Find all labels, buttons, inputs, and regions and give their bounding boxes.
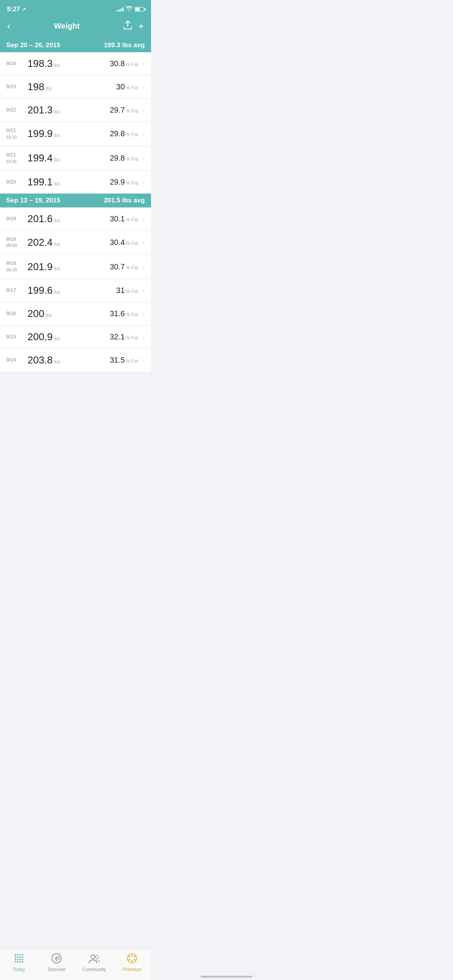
- weight-unit: lbs: [54, 241, 60, 247]
- week-avg-1: 199.3 lbs avg: [104, 41, 145, 49]
- table-row[interactable]: 9/16 200lbs 31.6 % Fat ›: [0, 302, 151, 326]
- fat-unit: % Fat: [126, 289, 138, 294]
- week-header-1: Sep 20 – 26, 2015 199.3 lbs avg: [0, 38, 151, 52]
- weight-unit: lbs: [54, 109, 60, 115]
- week-range-2: Sep 13 – 19, 2015: [6, 197, 60, 204]
- weight-unit: lbs: [54, 181, 60, 187]
- weight-unit: lbs: [54, 336, 60, 341]
- chevron-right-icon: ›: [143, 263, 145, 270]
- back-button[interactable]: ‹: [7, 20, 10, 32]
- chevron-right-icon: ›: [143, 178, 145, 185]
- fat-unit: % Fat: [126, 85, 138, 91]
- row-date: 9/1809:00: [6, 236, 27, 249]
- fat-value: 30.4: [110, 238, 125, 247]
- weight-unit: lbs: [54, 289, 60, 295]
- table-row[interactable]: 9/19 201.6lbs 30.1 % Fat ›: [0, 207, 151, 231]
- row-weight: 198.3lbs: [27, 58, 110, 70]
- table-row[interactable]: 9/23 198lbs 30 % Fat ›: [0, 75, 151, 99]
- weight-unit: lbs: [54, 218, 60, 223]
- week-avg-2: 201.5 lbs avg: [104, 197, 145, 204]
- fat-unit: % Fat: [126, 312, 138, 317]
- status-icons: [117, 6, 144, 12]
- row-weight: 201.9lbs: [27, 261, 110, 273]
- row-fat: 29.9 % Fat: [110, 178, 138, 187]
- row-date: 9/24: [6, 60, 27, 67]
- row-weight: 200.9lbs: [27, 331, 110, 343]
- chevron-right-icon: ›: [143, 357, 145, 364]
- row-date: 9/17: [6, 287, 27, 294]
- chevron-right-icon: ›: [143, 215, 145, 222]
- fat-unit: % Fat: [126, 62, 138, 67]
- row-weight: 198lbs: [27, 81, 116, 93]
- row-fat: 32.1 % Fat: [110, 332, 138, 341]
- row-date: 9/2110:31: [6, 152, 27, 165]
- row-weight: 200lbs: [27, 308, 110, 320]
- fat-unit: % Fat: [126, 241, 138, 246]
- table-row[interactable]: 9/22 201.3lbs 29.7 % Fat ›: [0, 99, 151, 122]
- row-weight: 201.3lbs: [27, 104, 110, 116]
- chevron-right-icon: ›: [143, 155, 145, 162]
- row-fat: 29.7 % Fat: [110, 106, 138, 115]
- chevron-right-icon: ›: [143, 239, 145, 246]
- table-row[interactable]: 9/15 200.9lbs 32.1 % Fat ›: [0, 326, 151, 349]
- table-row[interactable]: 9/1808:29 201.9lbs 30.7 % Fat ›: [0, 255, 151, 279]
- chevron-right-icon: ›: [143, 310, 145, 317]
- fat-value: 30.8: [110, 59, 125, 68]
- weight-unit: lbs: [45, 312, 52, 318]
- row-date: 9/1808:29: [6, 260, 27, 273]
- chevron-right-icon: ›: [143, 84, 145, 91]
- fat-unit: % Fat: [126, 156, 138, 162]
- page-title: Weight: [54, 22, 80, 31]
- fat-value: 31.5: [110, 356, 125, 365]
- row-fat: 30.1 % Fat: [110, 214, 138, 223]
- table-row[interactable]: 9/2110:31 199.4lbs 29.8 % Fat ›: [0, 146, 151, 171]
- fat-value: 30.7: [110, 262, 125, 271]
- row-weight: 201.6lbs: [27, 213, 110, 225]
- table-row[interactable]: 9/24 198.3lbs 30.8 % Fat ›: [0, 52, 151, 75]
- weight-unit: lbs: [54, 62, 60, 68]
- table-row[interactable]: 9/14 203.8lbs 31.5 % Fat ›: [0, 349, 151, 372]
- fat-unit: % Fat: [126, 358, 138, 364]
- fat-value: 29.9: [110, 178, 125, 187]
- row-weight: 199.6lbs: [27, 284, 116, 296]
- row-date: 9/19: [6, 216, 27, 222]
- table-row[interactable]: 9/20 199.1lbs 29.9 % Fat ›: [0, 171, 151, 194]
- share-button[interactable]: [124, 21, 132, 32]
- row-fat: 31.6 % Fat: [110, 309, 138, 318]
- battery-icon: [135, 7, 144, 12]
- row-fat: 29.8 % Fat: [110, 129, 138, 138]
- main-content: Sep 20 – 26, 2015 199.3 lbs avg 9/24 198…: [0, 38, 151, 406]
- fat-value: 29.8: [110, 154, 125, 163]
- table-row[interactable]: 9/2110:32 199.9lbs 29.8 % Fat ›: [0, 122, 151, 146]
- row-fat: 30.8 % Fat: [110, 59, 138, 68]
- status-time: 8:27 ↗: [7, 5, 26, 13]
- fat-value: 31: [116, 286, 125, 295]
- fat-unit: % Fat: [126, 108, 138, 114]
- row-weight: 199.4lbs: [27, 152, 110, 164]
- chevron-right-icon: ›: [143, 60, 145, 67]
- week-header-2: Sep 13 – 19, 2015 201.5 lbs avg: [0, 194, 151, 207]
- nav-actions: +: [124, 20, 144, 32]
- weight-unit: lbs: [54, 359, 60, 365]
- row-date: 9/23: [6, 84, 27, 90]
- row-weight: 202.4lbs: [27, 236, 110, 248]
- fat-value: 30: [116, 82, 125, 91]
- fat-value: 32.1: [110, 332, 125, 341]
- chevron-right-icon: ›: [143, 287, 145, 294]
- location-icon: ↗: [22, 7, 26, 12]
- fat-value: 29.7: [110, 106, 125, 115]
- fat-unit: % Fat: [126, 217, 138, 223]
- add-button[interactable]: +: [138, 20, 144, 32]
- row-weight: 199.1lbs: [27, 176, 110, 188]
- weight-unit: lbs: [45, 86, 52, 91]
- row-weight: 203.8lbs: [27, 354, 110, 366]
- table-row[interactable]: 9/17 199.6lbs 31 % Fat ›: [0, 279, 151, 302]
- table-row[interactable]: 9/1809:00 202.4lbs 30.4 % Fat ›: [0, 231, 151, 255]
- nav-bar: ‹ Weight +: [0, 16, 151, 38]
- row-date: 9/20: [6, 179, 27, 185]
- fat-unit: % Fat: [126, 132, 138, 137]
- weight-unit: lbs: [54, 132, 60, 138]
- chevron-right-icon: ›: [143, 334, 145, 341]
- fat-value: 30.1: [110, 214, 125, 223]
- weight-unit: lbs: [54, 157, 60, 163]
